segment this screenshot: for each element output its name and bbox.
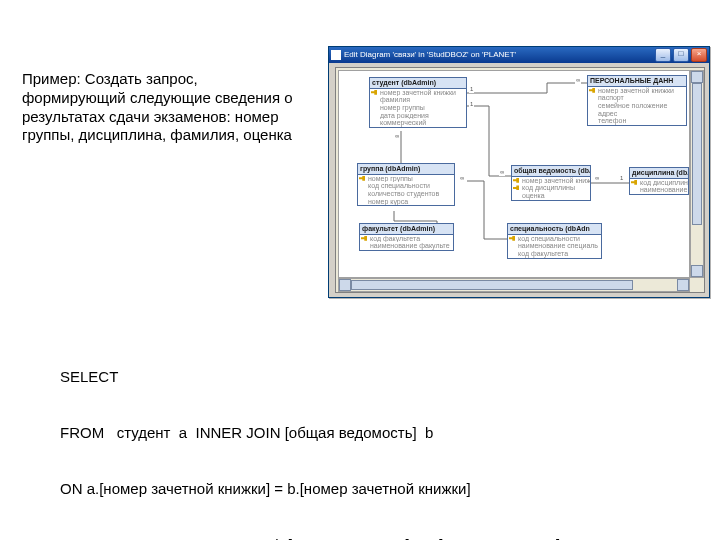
- table-column: код факультета: [360, 235, 453, 243]
- table-group[interactable]: группа (dbAdmin) номер группы код специа…: [357, 163, 455, 206]
- scroll-right-icon[interactable]: [677, 279, 689, 291]
- cardinality-inf: ∞: [594, 175, 600, 182]
- app-icon: [331, 50, 341, 60]
- table-specialty[interactable]: специальность (dbAdn код специальности н…: [507, 223, 602, 259]
- sql-line: ON a.[номер зачетной книжки] = b.[номер …: [60, 480, 680, 499]
- scroll-thumb-vertical[interactable]: [692, 83, 702, 225]
- task-prompt: Пример: Создать запрос, формирующий след…: [22, 70, 302, 145]
- table-header: ПЕРСОНАЛЬНЫЕ ДАНН: [588, 76, 686, 87]
- table-header: студент (dbAdmin): [370, 78, 466, 89]
- table-header: дисциплина (dbAdmin): [630, 168, 688, 179]
- scrollbar-horizontal[interactable]: [338, 278, 690, 292]
- table-column: номер зачетной книжки: [588, 87, 686, 95]
- table-header: факультет (dbAdmin): [360, 224, 453, 235]
- table-column: номер группы: [358, 175, 454, 183]
- table-column: коммерческий: [370, 119, 466, 127]
- cardinality-one: 1: [619, 175, 624, 182]
- cardinality-one: 1: [469, 101, 474, 108]
- scrollbar-vertical[interactable]: [690, 70, 704, 278]
- table-column: номер зачетной книжки: [370, 89, 466, 97]
- scroll-down-icon[interactable]: [691, 265, 703, 277]
- scroll-left-icon[interactable]: [339, 279, 351, 291]
- sql-line: SELECT: [60, 368, 680, 387]
- table-column: код специальности: [508, 235, 601, 243]
- cardinality-inf: ∞: [499, 169, 505, 176]
- table-vedomost[interactable]: общая ведомость (dbA номер зачетной книж…: [511, 165, 591, 201]
- diagram-canvas-container: студент (dbAdmin) номер зачетной книжки …: [335, 67, 705, 293]
- cardinality-inf: ∞: [575, 77, 581, 84]
- table-column: наименование специаль: [508, 242, 601, 250]
- table-column: код специальности: [358, 182, 454, 190]
- sql-line: FROM студент a INNER JOIN [общая ведомос…: [60, 424, 680, 443]
- table-header: группа (dbAdmin): [358, 164, 454, 175]
- table-column: номер зачетной книжки: [512, 177, 590, 185]
- table-column: фамилия: [370, 96, 466, 104]
- scroll-up-icon[interactable]: [691, 71, 703, 83]
- table-column: код факультета: [508, 250, 601, 258]
- table-header: общая ведомость (dbA: [512, 166, 590, 177]
- table-column: наименование дисциплин: [630, 186, 688, 194]
- table-column: паспорт: [588, 94, 686, 102]
- scroll-thumb-horizontal[interactable]: [351, 280, 633, 290]
- table-column: наименование факульте: [360, 242, 453, 250]
- cardinality-inf: ∞: [394, 133, 400, 140]
- table-column: номер курса: [358, 198, 454, 206]
- table-column: код дисциплины: [512, 184, 590, 192]
- sql-line: INNER JOIN дисциплина c ON b.[код дисцип…: [60, 536, 680, 540]
- table-column: номер группы: [370, 104, 466, 112]
- table-header: специальность (dbAdn: [508, 224, 601, 235]
- cardinality-one: 1: [469, 86, 474, 93]
- maximize-button[interactable]: □: [673, 48, 689, 62]
- window-title: Edit Diagram 'связи' in 'StudDBOZ' on 'P…: [344, 51, 655, 60]
- close-button[interactable]: ×: [691, 48, 707, 62]
- table-faculty[interactable]: факультет (dbAdmin) код факультета наиме…: [359, 223, 454, 251]
- table-column: количество студентов: [358, 190, 454, 198]
- table-personal[interactable]: ПЕРСОНАЛЬНЫЕ ДАНН номер зачетной книжки …: [587, 75, 687, 126]
- table-column: оценка: [512, 192, 590, 200]
- titlebar: Edit Diagram 'связи' in 'StudDBOZ' on 'P…: [329, 47, 709, 63]
- sql-query: SELECT FROM студент a INNER JOIN [общая …: [60, 330, 680, 540]
- table-column: семейное положение: [588, 102, 686, 110]
- diagram-window: Edit Diagram 'связи' in 'StudDBOZ' on 'P…: [328, 46, 710, 298]
- minimize-button[interactable]: _: [655, 48, 671, 62]
- diagram-canvas[interactable]: студент (dbAdmin) номер зачетной книжки …: [338, 70, 690, 278]
- table-column: телефон: [588, 117, 686, 125]
- cardinality-inf: ∞: [459, 175, 465, 182]
- table-column: дата рождения: [370, 112, 466, 120]
- table-column: адрес: [588, 110, 686, 118]
- table-student[interactable]: студент (dbAdmin) номер зачетной книжки …: [369, 77, 467, 128]
- table-discipline[interactable]: дисциплина (dbAdmin) код дисциплины наим…: [629, 167, 689, 195]
- table-column: код дисциплины: [630, 179, 688, 187]
